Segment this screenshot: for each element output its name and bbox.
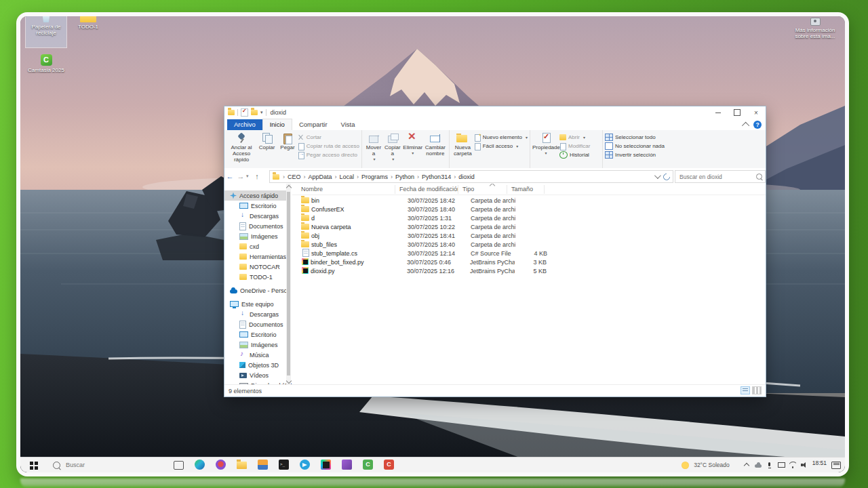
column-header-type[interactable]: Tipo (458, 185, 507, 194)
task-view-icon[interactable] (174, 461, 184, 470)
back-button[interactable]: ← (224, 172, 235, 180)
up-button[interactable]: ↑ (252, 172, 262, 180)
cut-button[interactable]: Cortar (298, 133, 359, 142)
pin-to-quick-access-button[interactable]: Anclar al Acceso rápido (226, 131, 256, 161)
breadcrumb-segment[interactable]: Local (332, 174, 355, 180)
sidebar-item[interactable]: Documentos (224, 221, 292, 231)
pycharm-icon[interactable] (321, 460, 331, 470)
desktop-icon-camtasia[interactable]: Camtasia 2025 (26, 54, 66, 81)
select-all-button[interactable]: Seleccionar todo (605, 133, 665, 142)
tab-archivo[interactable]: Archivo (227, 119, 262, 130)
forward-button[interactable]: → (235, 172, 246, 180)
breadcrumb-segment[interactable]: AppData (301, 174, 332, 180)
scroll-down-icon[interactable] (286, 378, 292, 384)
file-row[interactable]: binder_bot_fixed.py 30/07/2025 0:46 JetB… (292, 258, 766, 266)
sidebar-item[interactable]: Imágenes (224, 231, 292, 241)
chevron-up-icon[interactable] (743, 462, 750, 468)
file-row[interactable]: bin 30/07/2025 18:42 Carpeta de archivos (292, 196, 766, 205)
properties-button[interactable]: Propiedades (532, 131, 559, 161)
breadcrumb-segment[interactable]: CEO (280, 174, 301, 180)
large-icons-view-button[interactable] (752, 386, 762, 394)
desktop-icon-todo-folder[interactable]: TODO-1 (68, 16, 108, 43)
microphone-icon[interactable] (766, 462, 773, 468)
breadcrumb-segment[interactable]: Python314 (414, 174, 451, 180)
sidebar-item[interactable]: Vídeos (224, 370, 292, 380)
search-input[interactable] (678, 173, 756, 181)
file-explorer-icon[interactable] (237, 462, 247, 469)
weather-text[interactable]: 32°C Soleado (694, 462, 730, 468)
sidebar-item[interactable]: Música (224, 350, 292, 360)
edit-button[interactable]: Modificar (559, 142, 590, 150)
easy-access-button[interactable]: Fácil acceso (474, 142, 528, 150)
history-dropdown-icon[interactable]: ▾ (246, 174, 252, 179)
sidebar-item-quick-access[interactable]: Acceso rápido (224, 190, 291, 201)
breadcrumb-segment[interactable]: Programs (354, 174, 388, 180)
tab-compartir[interactable]: Compartir (292, 119, 334, 130)
sidebar-item[interactable]: Escritorio (224, 201, 292, 211)
properties-icon[interactable] (241, 108, 248, 117)
sidebar-item[interactable]: Objetos 3D (224, 360, 292, 370)
tab-vista[interactable]: Vista (334, 119, 362, 130)
file-row[interactable]: Nueva carpeta 30/07/2025 10:22 Carpeta d… (292, 222, 766, 231)
sidebar-item[interactable]: Herramientas (224, 251, 292, 262)
tab-inicio[interactable]: Inicio (262, 119, 292, 130)
cloud-icon[interactable] (755, 462, 762, 468)
open-button[interactable]: Abrir (559, 133, 590, 142)
sidebar-item[interactable]: Imágenes (224, 340, 292, 350)
column-header-size[interactable]: Tamaño (507, 185, 545, 194)
new-item-button[interactable]: Nuevo elemento (474, 133, 528, 142)
terminal-icon[interactable] (279, 460, 289, 470)
sidebar-item-onedrive[interactable]: OneDrive - Personal (224, 285, 291, 296)
sidebar-item-this-pc[interactable]: Este equipo (224, 299, 291, 309)
volume-icon[interactable] (801, 462, 808, 468)
sidebar-item[interactable]: TODO-1 (224, 272, 292, 282)
search-box[interactable] (675, 170, 766, 183)
file-row[interactable]: stub_template.cs 30/07/2025 12:14 C# Sou… (292, 249, 766, 258)
camtasia-icon[interactable] (363, 460, 373, 470)
scroll-up-icon[interactable] (286, 185, 292, 190)
notification-center-icon[interactable] (831, 462, 841, 469)
move-to-button[interactable]: Mover a (364, 131, 383, 161)
breadcrumb-segment[interactable]: Python (388, 174, 414, 180)
help-icon[interactable]: ? (753, 121, 762, 129)
rename-button[interactable]: Cambiar nombre (424, 131, 447, 161)
history-button[interactable]: Historial (559, 150, 590, 159)
copy-button[interactable]: Copiar (256, 131, 277, 161)
details-view-button[interactable] (741, 386, 750, 394)
invert-selection-button[interactable]: Invertir selección (605, 150, 665, 159)
title-bar[interactable]: ▾ dioxid × (224, 106, 766, 119)
select-none-button[interactable]: No seleccionar nada (605, 142, 665, 150)
breadcrumb-segment[interactable]: dioxid (451, 174, 475, 180)
maximize-button[interactable] (728, 106, 747, 119)
start-button[interactable] (28, 460, 39, 470)
column-header-name[interactable]: Nombre (292, 185, 395, 194)
opera-icon[interactable] (216, 460, 226, 470)
minimize-button[interactable] (709, 106, 728, 119)
sidebar-item[interactable]: Descargas (224, 211, 292, 221)
new-folder-button[interactable]: Nueva carpeta (452, 131, 474, 161)
scrollbar-thumb[interactable] (287, 192, 290, 375)
clock[interactable]: 18:51 (812, 460, 827, 466)
sidebar-item[interactable]: Descargas (224, 309, 292, 319)
delete-button[interactable]: Eliminar (402, 131, 424, 161)
copy-to-button[interactable]: Copiar a (383, 131, 402, 161)
paste-shortcut-button[interactable]: Pegar acceso directo (298, 150, 359, 159)
refresh-icon[interactable] (662, 171, 671, 181)
file-row[interactable]: d 30/07/2025 1:31 Carpeta de archivos (292, 214, 766, 222)
breadcrumb[interactable]: CEOAppDataLocalProgramsPythonPython314di… (269, 170, 673, 183)
sidebar-scrollbar[interactable] (286, 184, 291, 385)
column-header-date[interactable]: Fecha de modificación (395, 185, 458, 194)
taskbar-search-input[interactable] (64, 461, 115, 469)
store-icon[interactable] (258, 460, 268, 470)
chevron-down-icon[interactable] (654, 172, 661, 179)
telegram-icon[interactable] (300, 460, 310, 470)
desktop-icon-spotlight-info[interactable]: Más información sobre esta ima... (787, 18, 844, 47)
weather-sun-icon[interactable] (682, 462, 689, 469)
close-button[interactable]: × (747, 106, 766, 119)
chevron-down-icon[interactable]: ▾ (260, 110, 263, 115)
display-icon[interactable] (778, 462, 785, 468)
purple-app-icon[interactable] (342, 460, 352, 470)
taskbar-search[interactable] (53, 460, 115, 470)
copy-path-button[interactable]: Copiar ruta de acceso (298, 142, 359, 150)
sidebar-item[interactable]: Documentos (224, 319, 292, 329)
